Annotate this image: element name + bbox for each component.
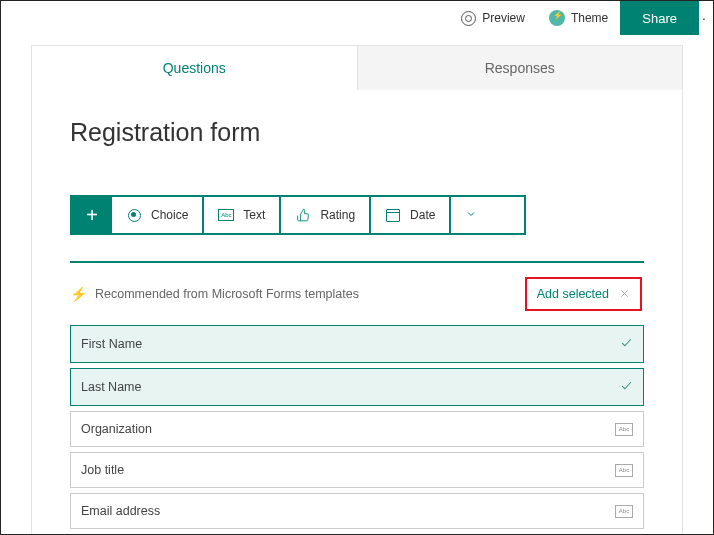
theme-label: Theme: [571, 11, 608, 25]
suggestion-item[interactable]: Email addressAbc: [70, 493, 644, 529]
top-toolbar: Preview Theme Share ·: [1, 1, 713, 35]
recommended-header: ⚡ Recommended from Microsoft Forms templ…: [70, 263, 644, 325]
suggestion-label: Organization: [81, 422, 152, 436]
tab-bar: Questions Responses: [31, 45, 683, 90]
choice-label: Choice: [151, 208, 188, 222]
chevron-down-icon: [465, 206, 477, 224]
theme-icon: [549, 10, 565, 26]
check-icon: [620, 336, 633, 352]
share-label: Share: [642, 11, 677, 26]
text-type-button[interactable]: Abc Text: [204, 197, 281, 233]
rating-label: Rating: [320, 208, 355, 222]
suggestion-item[interactable]: First Name: [70, 325, 644, 363]
recommended-actions: Add selected: [525, 277, 642, 311]
add-selected-button[interactable]: Add selected: [537, 287, 609, 301]
preview-label: Preview: [482, 11, 525, 25]
form-body: Registration form + Choice Abc Text Rati…: [31, 90, 683, 535]
suggestion-item[interactable]: Job titleAbc: [70, 452, 644, 488]
more-menu[interactable]: ·: [699, 10, 709, 26]
form-canvas: Questions Responses Registration form + …: [1, 35, 713, 535]
plus-icon: +: [86, 204, 98, 227]
tab-questions[interactable]: Questions: [31, 45, 358, 90]
text-icon: Abc: [218, 208, 234, 222]
preview-button[interactable]: Preview: [449, 1, 537, 35]
text-type-icon: Abc: [615, 423, 633, 436]
recommended-title: ⚡ Recommended from Microsoft Forms templ…: [70, 286, 359, 302]
calendar-icon: [385, 208, 401, 222]
recommended-panel: ⚡ Recommended from Microsoft Forms templ…: [70, 261, 644, 535]
preview-icon: [461, 11, 476, 26]
radio-icon: [126, 208, 142, 222]
text-type-icon: Abc: [615, 505, 633, 518]
more-types-button[interactable]: [451, 197, 491, 233]
suggestion-label: First Name: [81, 337, 142, 351]
suggestion-item[interactable]: OrganizationAbc: [70, 411, 644, 447]
suggestion-list: First NameLast NameOrganizationAbcJob ti…: [70, 325, 644, 535]
date-type-button[interactable]: Date: [371, 197, 451, 233]
add-question-button[interactable]: +: [72, 197, 112, 233]
text-type-icon: Abc: [615, 464, 633, 477]
bolt-icon: ⚡: [70, 286, 87, 302]
date-label: Date: [410, 208, 435, 222]
theme-button[interactable]: Theme: [537, 1, 620, 35]
close-recommended-button[interactable]: [619, 285, 630, 303]
suggestion-label: Job title: [81, 463, 124, 477]
suggestion-item[interactable]: Last Name: [70, 368, 644, 406]
share-button[interactable]: Share: [620, 1, 699, 35]
text-label: Text: [243, 208, 265, 222]
question-type-toolbar: + Choice Abc Text Rating Date: [70, 195, 526, 235]
tab-responses[interactable]: Responses: [358, 45, 684, 90]
rating-type-button[interactable]: Rating: [281, 197, 371, 233]
thumb-icon: [295, 208, 311, 222]
check-icon: [620, 379, 633, 395]
suggestion-label: Email address: [81, 504, 160, 518]
choice-type-button[interactable]: Choice: [112, 197, 204, 233]
recommended-label: Recommended from Microsoft Forms templat…: [95, 287, 359, 301]
form-title[interactable]: Registration form: [70, 118, 644, 147]
suggestion-label: Last Name: [81, 380, 141, 394]
